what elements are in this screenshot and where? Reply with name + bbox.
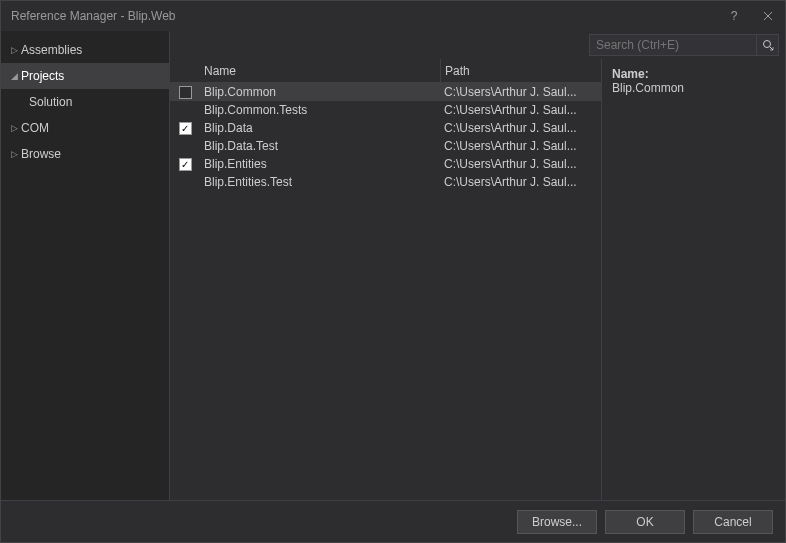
chevron-right-icon: ▷ — [11, 149, 21, 159]
list-area: Name Path Blip.CommonC:\Users\Arthur J. … — [170, 59, 785, 500]
content-area: Name Path Blip.CommonC:\Users\Arthur J. … — [169, 31, 785, 500]
header-path[interactable]: Path — [440, 59, 601, 82]
row-path: C:\Users\Arthur J. Saul... — [440, 85, 601, 99]
checkbox-cell — [170, 176, 200, 189]
chevron-right-icon: ▷ — [11, 123, 21, 133]
svg-point-0 — [763, 41, 770, 48]
table-row[interactable]: Blip.Entities.TestC:\Users\Arthur J. Sau… — [170, 173, 601, 191]
row-path: C:\Users\Arthur J. Saul... — [440, 121, 601, 135]
sidebar-item-label: Projects — [21, 69, 64, 83]
row-checkbox[interactable]: ✓ — [179, 122, 192, 135]
row-name: Blip.Common — [200, 85, 440, 99]
sidebar-item-com[interactable]: ▷COM — [1, 115, 169, 141]
row-checkbox[interactable]: ✓ — [179, 158, 192, 171]
sidebar-subitem-solution[interactable]: Solution — [1, 89, 169, 115]
header-name[interactable]: Name — [200, 64, 440, 78]
close-icon — [763, 11, 773, 21]
help-button[interactable]: ? — [717, 3, 751, 29]
checkbox-cell: ✓ — [170, 158, 200, 171]
main-area: ▷Assemblies◢ProjectsSolution▷COM▷Browse … — [1, 31, 785, 500]
sidebar-item-assemblies[interactable]: ▷Assemblies — [1, 37, 169, 63]
sidebar-item-label: Browse — [21, 147, 61, 161]
row-name: Blip.Entities.Test — [200, 175, 440, 189]
detail-panel: Name: Blip.Common — [601, 59, 785, 500]
titlebar: Reference Manager - Blip.Web ? — [1, 1, 785, 31]
search-icon — [762, 39, 774, 51]
row-checkbox[interactable] — [179, 86, 192, 99]
table-row[interactable]: Blip.Data.TestC:\Users\Arthur J. Saul... — [170, 137, 601, 155]
checkbox-cell — [170, 86, 200, 99]
chevron-down-icon: ◢ — [11, 71, 21, 81]
search-bar — [170, 31, 785, 59]
row-name: Blip.Data.Test — [200, 139, 440, 153]
sidebar-item-label: COM — [21, 121, 49, 135]
footer: Browse... OK Cancel — [1, 500, 785, 542]
checkbox-cell: ✓ — [170, 122, 200, 135]
row-path: C:\Users\Arthur J. Saul... — [440, 157, 601, 171]
project-list[interactable]: Name Path Blip.CommonC:\Users\Arthur J. … — [170, 59, 601, 500]
table-row[interactable]: Blip.CommonC:\Users\Arthur J. Saul... — [170, 83, 601, 101]
reference-manager-window: Reference Manager - Blip.Web ? ▷Assembli… — [0, 0, 786, 543]
checkbox-cell — [170, 104, 200, 117]
table-row[interactable]: ✓Blip.EntitiesC:\Users\Arthur J. Saul... — [170, 155, 601, 173]
sidebar-item-browse[interactable]: ▷Browse — [1, 141, 169, 167]
cancel-button[interactable]: Cancel — [693, 510, 773, 534]
row-path: C:\Users\Arthur J. Saul... — [440, 103, 601, 117]
sidebar-item-projects[interactable]: ◢Projects — [1, 63, 169, 89]
window-title: Reference Manager - Blip.Web — [11, 9, 717, 23]
ok-button[interactable]: OK — [605, 510, 685, 534]
sidebar: ▷Assemblies◢ProjectsSolution▷COM▷Browse — [1, 31, 169, 500]
browse-button[interactable]: Browse... — [517, 510, 597, 534]
column-headers: Name Path — [170, 59, 601, 83]
row-name: Blip.Entities — [200, 157, 440, 171]
row-path: C:\Users\Arthur J. Saul... — [440, 139, 601, 153]
sidebar-item-label: Assemblies — [21, 43, 82, 57]
table-row[interactable]: Blip.Common.TestsC:\Users\Arthur J. Saul… — [170, 101, 601, 119]
detail-name-value: Blip.Common — [612, 81, 775, 95]
detail-name-label: Name: — [612, 67, 775, 81]
close-button[interactable] — [751, 3, 785, 29]
search-input[interactable] — [589, 34, 757, 56]
row-name: Blip.Data — [200, 121, 440, 135]
search-icon-button[interactable] — [757, 34, 779, 56]
table-row[interactable]: ✓Blip.DataC:\Users\Arthur J. Saul... — [170, 119, 601, 137]
row-path: C:\Users\Arthur J. Saul... — [440, 175, 601, 189]
chevron-right-icon: ▷ — [11, 45, 21, 55]
checkbox-cell — [170, 140, 200, 153]
row-name: Blip.Common.Tests — [200, 103, 440, 117]
